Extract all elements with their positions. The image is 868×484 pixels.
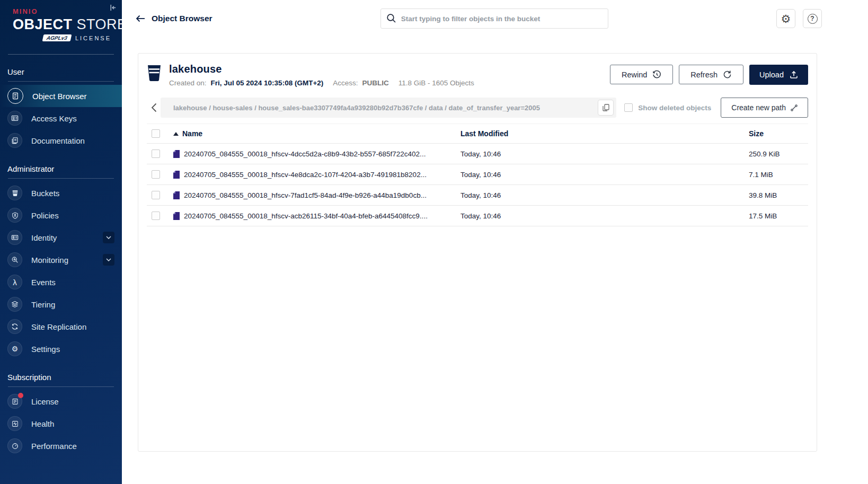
show-deleted-label: Show deleted objects [638, 104, 711, 112]
refresh-button[interactable]: Refresh [679, 65, 743, 84]
sidebar-section-administrator: Administrator Buckets Policies [0, 157, 122, 360]
sidebar-collapse-icon[interactable] [109, 4, 117, 12]
breadcrumb-row: lakehouse / house-sales / house_sales-ba… [147, 97, 808, 118]
copy-path-button[interactable] [598, 100, 614, 116]
sidebar-item-tiering[interactable]: Tiering [0, 293, 122, 315]
show-deleted-toggle[interactable]: Show deleted objects [624, 103, 711, 112]
breadcrumb-path[interactable]: lakehouse / house-sales / house_sales-ba… [173, 104, 540, 112]
select-all-checkbox[interactable] [152, 129, 160, 138]
filter-objects-input[interactable] [380, 8, 608, 29]
logo-title: OBJECT STORE [13, 16, 112, 33]
column-label-name: Name [182, 129, 202, 138]
policies-icon [7, 208, 22, 223]
show-deleted-checkbox[interactable] [624, 103, 633, 112]
sidebar-item-documentation[interactable]: Documentation [0, 129, 122, 152]
size-column-header[interactable]: Size [749, 129, 808, 138]
sidebar: MINIO OBJECT STORE AGPLv3 LICENSE User O… [0, 0, 122, 484]
refresh-label: Refresh [690, 71, 718, 79]
settings-button[interactable]: ⚙ [776, 9, 795, 28]
modified-column-header[interactable]: Last Modified [460, 129, 749, 138]
bucket-info: lakehouse Created on: Fri, Jul 05 2024 1… [169, 63, 474, 87]
sidebar-section-user: User Object Browser Access Keys [0, 60, 122, 152]
help-button[interactable]: ? [803, 9, 822, 28]
file-icon [173, 212, 180, 220]
divider [8, 386, 114, 387]
events-icon: λ [7, 275, 22, 289]
section-title: User [0, 60, 122, 81]
row-checkbox[interactable] [152, 170, 160, 179]
name-column-header[interactable]: Name [173, 129, 460, 138]
topbar-actions: ⚙ ? [776, 9, 822, 28]
sidebar-item-access-keys[interactable]: Access Keys [0, 107, 122, 129]
sidebar-item-events[interactable]: λ Events [0, 271, 122, 293]
sidebar-item-monitoring[interactable]: Monitoring [0, 249, 122, 271]
sidebar-item-license[interactable]: License [0, 390, 122, 412]
breadcrumb-back-icon[interactable] [147, 103, 161, 112]
row-checkbox[interactable] [152, 212, 160, 220]
notification-badge [18, 393, 23, 398]
upload-button[interactable]: Upload [749, 65, 808, 85]
rewind-button[interactable]: Rewind [610, 65, 673, 84]
table-row[interactable]: 20240705_084555_00018_hfscv-7fad1cf5-84a… [147, 185, 808, 206]
sidebar-item-label: Events [31, 278, 56, 287]
search-area [212, 8, 776, 29]
documentation-icon [7, 133, 22, 148]
sidebar-item-settings[interactable]: ⚙ Settings [0, 338, 122, 360]
sidebar-item-policies[interactable]: Policies [0, 204, 122, 226]
bucket-browser-card: lakehouse Created on: Fri, Jul 05 2024 1… [138, 53, 817, 452]
topbar: Object Browser ⚙ ? [122, 0, 868, 37]
object-name-cell[interactable]: 20240705_084555_00018_hfscv-acb26115-34b… [173, 212, 460, 220]
divider [8, 81, 114, 82]
performance-icon [7, 438, 22, 453]
object-name-cell[interactable]: 20240705_084555_00018_hfscv-7fad1cf5-84a… [173, 191, 460, 199]
sidebar-item-label: Performance [31, 442, 77, 451]
bucket-actions: Rewind Refresh Upload [610, 63, 808, 85]
row-checkbox[interactable] [152, 191, 160, 199]
sort-asc-icon [173, 132, 179, 136]
sidebar-section-subscription: Subscription License Health [0, 365, 122, 457]
size-cell: 250.9 KiB [749, 150, 808, 158]
bucket-meta: Created on: Fri, Jul 05 2024 10:35:08 (G… [169, 79, 474, 87]
chevron-down-icon[interactable] [103, 254, 114, 266]
license-icon [7, 394, 22, 409]
chevron-down-icon[interactable] [103, 232, 114, 243]
last-modified-cell: Today, 10:46 [460, 191, 749, 199]
create-new-path-button[interactable]: Create new path [721, 98, 808, 118]
sidebar-item-object-browser[interactable]: Object Browser [0, 85, 122, 107]
sidebar-item-label: Identity [31, 233, 57, 242]
last-modified-cell: Today, 10:46 [460, 150, 749, 158]
upload-label: Upload [759, 71, 784, 79]
last-modified-cell: Today, 10:46 [460, 212, 749, 220]
sidebar-item-identity[interactable]: Identity [0, 226, 122, 249]
sidebar-item-performance[interactable]: Performance [0, 435, 122, 457]
file-icon [173, 150, 180, 158]
sidebar-item-label: Access Keys [31, 114, 77, 123]
access-keys-icon [7, 111, 22, 126]
sidebar-item-health[interactable]: Health [0, 412, 122, 435]
object-name-cell[interactable]: 20240705_084555_00018_hfscv-4dcc5d2a-c8b… [173, 150, 460, 158]
sidebar-item-label: License [31, 397, 59, 406]
size-cell: 39.8 MiB [749, 191, 808, 199]
settings-icon: ⚙ [7, 341, 22, 356]
access-value[interactable]: PUBLIC [362, 79, 389, 87]
logo-brand: MINIO [13, 7, 112, 15]
sidebar-item-site-replication[interactable]: Site Replication [0, 315, 122, 338]
table-row[interactable]: 20240705_084555_00018_hfscv-4dcc5d2a-c8b… [147, 144, 808, 164]
access-label: Access: [333, 79, 358, 87]
sidebar-item-label: Object Browser [32, 92, 87, 101]
logo-license-row: AGPLv3 LICENSE [13, 34, 112, 41]
object-name-cell[interactable]: 20240705_084555_00018_hfscv-4e8dca2c-107… [173, 171, 460, 179]
table-row[interactable]: 20240705_084555_00018_hfscv-4e8dca2c-107… [147, 164, 808, 185]
search-box [380, 8, 608, 29]
table-row[interactable]: 20240705_084555_00018_hfscv-acb26115-34b… [147, 206, 808, 226]
main-content: Object Browser ⚙ ? [122, 0, 868, 484]
sidebar-item-buckets[interactable]: Buckets [0, 182, 122, 204]
app-logo: MINIO OBJECT STORE AGPLv3 LICENSE [0, 0, 122, 48]
back-arrow-icon[interactable] [136, 15, 145, 22]
size-cell: 17.5 MiB [749, 212, 808, 220]
license-text: LICENSE [75, 35, 111, 41]
agpl-badge: AGPLv3 [42, 34, 72, 41]
table-header-row: Name Last Modified Size [147, 124, 808, 144]
row-checkbox[interactable] [152, 149, 160, 158]
divider [8, 54, 114, 55]
